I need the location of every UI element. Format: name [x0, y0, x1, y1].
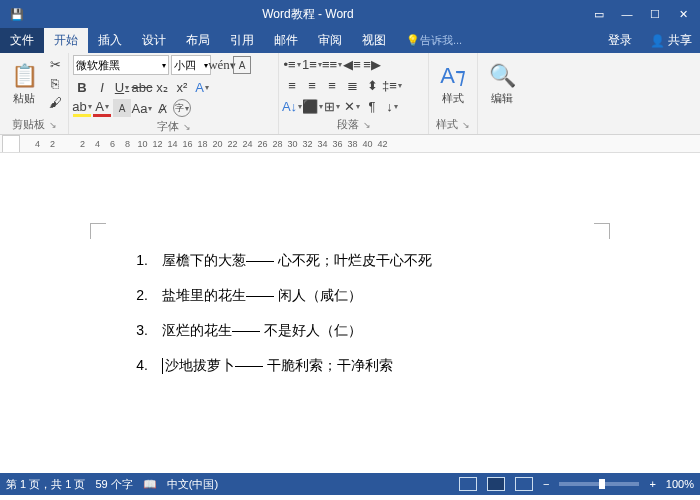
- ruler-tick: 18: [195, 139, 210, 149]
- list-item[interactable]: 4.沙地拔萝卜—— 干脆利索；干净利索: [110, 348, 590, 383]
- group-styles: A⁊ 样式 样式↘: [429, 53, 478, 134]
- ruler-tick: 26: [255, 139, 270, 149]
- tab-insert[interactable]: 插入: [88, 28, 132, 53]
- zoom-out-icon[interactable]: −: [543, 478, 549, 490]
- zoom-slider[interactable]: [559, 482, 639, 486]
- ruler-tick: 2: [45, 139, 60, 149]
- underline-button[interactable]: U: [113, 78, 131, 96]
- numbering-icon[interactable]: 1≡: [303, 55, 321, 73]
- italic-button[interactable]: I: [93, 78, 111, 96]
- distribute-icon[interactable]: ⬍: [363, 76, 381, 94]
- tab-references[interactable]: 引用: [220, 28, 264, 53]
- ruler-tick: 4: [30, 139, 45, 149]
- align-left-icon[interactable]: ≡: [283, 76, 301, 94]
- list-text: 屋檐下的大葱—— 心不死；叶烂皮干心不死: [162, 243, 432, 278]
- tab-selector-icon[interactable]: [2, 135, 20, 153]
- bold-button[interactable]: B: [73, 78, 91, 96]
- zoom-level[interactable]: 100%: [666, 478, 694, 490]
- ruler-tick: 28: [270, 139, 285, 149]
- font-launcher-icon[interactable]: ↘: [183, 122, 191, 132]
- font-size-value: 小四: [174, 58, 196, 73]
- align-center-icon[interactable]: ≡: [303, 76, 321, 94]
- enclose-char-icon[interactable]: Aa: [133, 99, 151, 117]
- tab-view[interactable]: 视图: [352, 28, 396, 53]
- styles-button[interactable]: A⁊ 样式: [433, 55, 473, 113]
- char-shading-icon[interactable]: A: [113, 99, 131, 117]
- shading-icon[interactable]: ⬛: [303, 97, 321, 115]
- asian-layout-icon[interactable]: ✕: [343, 97, 361, 115]
- minimize-icon[interactable]: —: [614, 4, 640, 24]
- align-right-icon[interactable]: ≡: [323, 76, 341, 94]
- superscript-button[interactable]: x²: [173, 78, 191, 96]
- font-family-select[interactable]: 微软雅黑▾: [73, 55, 169, 75]
- list-item[interactable]: 2.盐堆里的花生—— 闲人（咸仁）: [110, 278, 590, 313]
- clear-format-icon[interactable]: A̷: [153, 99, 171, 117]
- save-icon[interactable]: 💾: [4, 4, 30, 24]
- clipboard-launcher-icon[interactable]: ↘: [49, 120, 57, 130]
- ruler-tick: 34: [315, 139, 330, 149]
- bullets-icon[interactable]: •≡: [283, 55, 301, 73]
- paragraph-launcher-icon[interactable]: ↘: [363, 120, 371, 130]
- multilevel-icon[interactable]: ≡≡: [323, 55, 341, 73]
- font-size-select[interactable]: 小四▾: [171, 55, 211, 75]
- tab-layout[interactable]: 布局: [176, 28, 220, 53]
- clipboard-group-label: 剪贴板: [12, 117, 45, 132]
- sort-icon[interactable]: A↓: [283, 97, 301, 115]
- increase-indent-icon[interactable]: ≡▶: [363, 55, 381, 73]
- decrease-indent-icon[interactable]: ◀≡: [343, 55, 361, 73]
- spell-check-icon[interactable]: 📖: [143, 478, 157, 491]
- read-mode-icon[interactable]: [459, 477, 477, 491]
- sort-az-icon[interactable]: ↓: [383, 97, 401, 115]
- window-title: Word教程 - Word: [30, 6, 586, 23]
- ribbon: 📋 粘贴 ✂ ⎘ 🖌 剪贴板↘ 微软雅黑▾ 小四▾ wén▾ A B I U: [0, 53, 700, 135]
- horizontal-ruler[interactable]: 4224681012141618202224262830323436384042: [0, 135, 700, 153]
- maximize-icon[interactable]: ☐: [642, 4, 668, 24]
- ruler-tick: 12: [150, 139, 165, 149]
- login-link[interactable]: 登录: [598, 28, 642, 53]
- tab-mailings[interactable]: 邮件: [264, 28, 308, 53]
- document-area[interactable]: 1.屋檐下的大葱—— 心不死；叶烂皮干心不死2.盐堆里的花生—— 闲人（咸仁）3…: [0, 153, 700, 473]
- language-status[interactable]: 中文(中国): [167, 477, 218, 492]
- subscript-button[interactable]: x₂: [153, 78, 171, 96]
- show-marks-icon[interactable]: ¶: [363, 97, 381, 115]
- grow-font-icon[interactable]: wén▾: [213, 56, 231, 74]
- group-font: 微软雅黑▾ 小四▾ wén▾ A B I U abc x₂ x² A ab A …: [69, 53, 279, 134]
- ribbon-options-icon[interactable]: ▭: [586, 4, 612, 24]
- ruler-tick: 14: [165, 139, 180, 149]
- close-icon[interactable]: ✕: [670, 4, 696, 24]
- zoom-in-icon[interactable]: +: [649, 478, 655, 490]
- phonetic-icon[interactable]: 字: [173, 99, 191, 117]
- web-layout-icon[interactable]: [515, 477, 533, 491]
- tab-design[interactable]: 设计: [132, 28, 176, 53]
- justify-icon[interactable]: ≣: [343, 76, 361, 94]
- share-button[interactable]: 👤共享: [642, 28, 700, 53]
- tab-review[interactable]: 审阅: [308, 28, 352, 53]
- tab-file[interactable]: 文件: [0, 28, 44, 53]
- list-item[interactable]: 1.屋檐下的大葱—— 心不死；叶烂皮干心不死: [110, 243, 590, 278]
- styles-launcher-icon[interactable]: ↘: [462, 120, 470, 130]
- list-item[interactable]: 3.沤烂的花生—— 不是好人（仁）: [110, 313, 590, 348]
- page-count[interactable]: 第 1 页，共 1 页: [6, 477, 85, 492]
- line-spacing-icon[interactable]: ‡≡: [383, 76, 401, 94]
- numbered-list[interactable]: 1.屋檐下的大葱—— 心不死；叶烂皮干心不死2.盐堆里的花生—— 闲人（咸仁）3…: [110, 243, 590, 383]
- editing-button[interactable]: 🔍 编辑: [482, 55, 522, 113]
- group-clipboard: 📋 粘贴 ✂ ⎘ 🖌 剪贴板↘: [0, 53, 69, 134]
- text-effects-icon[interactable]: A: [193, 78, 211, 96]
- editing-btn-label: 编辑: [491, 91, 513, 106]
- word-count[interactable]: 59 个字: [95, 477, 132, 492]
- highlight-icon[interactable]: ab: [73, 99, 91, 117]
- share-icon: 👤: [650, 34, 665, 48]
- paste-button[interactable]: 📋 粘贴: [4, 55, 44, 113]
- format-painter-icon[interactable]: 🖌: [46, 93, 64, 111]
- strikethrough-button[interactable]: abc: [133, 78, 151, 96]
- char-border-icon[interactable]: A: [233, 56, 251, 74]
- ruler-tick: 40: [360, 139, 375, 149]
- print-layout-icon[interactable]: [487, 477, 505, 491]
- font-color-icon[interactable]: A: [93, 99, 111, 117]
- borders-icon[interactable]: ⊞: [323, 97, 341, 115]
- tab-home[interactable]: 开始: [44, 28, 88, 53]
- tell-me[interactable]: 💡 告诉我...: [396, 28, 472, 53]
- cut-icon[interactable]: ✂: [46, 55, 64, 73]
- copy-icon[interactable]: ⎘: [46, 74, 64, 92]
- paragraph-group-label: 段落: [337, 117, 359, 132]
